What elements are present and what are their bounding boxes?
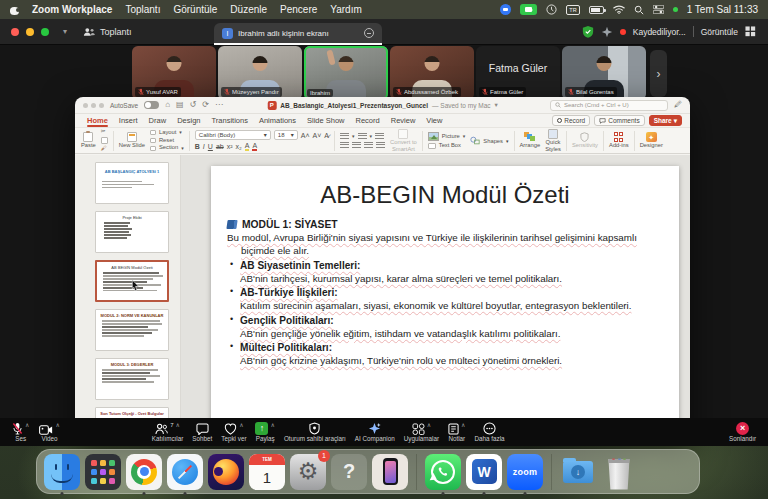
align-center-button[interactable] xyxy=(352,142,361,149)
save-icon[interactable]: ▤ xyxy=(176,101,184,109)
layout-button[interactable]: Layout▾ xyxy=(150,130,184,136)
downloads-dock-icon[interactable]: ↓ xyxy=(560,454,596,490)
tab-record[interactable]: Record xyxy=(356,116,380,125)
participant-tile[interactable]: Müzeyyen Pandır xyxy=(218,46,302,100)
shapes-button[interactable]: Shapes▾ xyxy=(470,136,508,145)
participants-button[interactable]: 7 ∧ Katılımcılar xyxy=(152,422,184,442)
comments-button[interactable]: Comments xyxy=(594,115,644,126)
tab-transitions[interactable]: Transitions xyxy=(211,116,247,125)
home-icon[interactable]: ⌂ xyxy=(165,101,170,109)
reset-button[interactable]: Reset xyxy=(150,138,184,144)
slide-thumbnail-3-selected[interactable]: 3 AB BEGIN Modül Özeti xyxy=(95,260,169,302)
next-participants-arrow[interactable]: › xyxy=(650,50,667,97)
view-button[interactable]: Görüntüle xyxy=(701,27,738,37)
chevron-down-icon[interactable]: ▾ xyxy=(495,101,498,109)
apple-menu-icon[interactable] xyxy=(10,5,19,15)
paste-button[interactable]: Paste xyxy=(81,132,96,149)
participant-tile-active-speaker[interactable]: Ibrahim xyxy=(304,46,388,100)
participant-tile[interactable]: Yusuf AVAR xyxy=(132,46,216,100)
underline-button[interactable]: U xyxy=(208,143,213,150)
justify-button[interactable] xyxy=(376,142,385,149)
tab-insert[interactable]: Insert xyxy=(119,116,138,125)
mute-button[interactable]: ∧ Ses xyxy=(12,422,29,442)
recording-label[interactable]: Kaydediliyor... xyxy=(633,27,686,37)
chat-button[interactable]: Sohbet xyxy=(192,422,212,442)
chrome-dock-icon[interactable] xyxy=(126,454,162,490)
control-center-icon[interactable] xyxy=(653,5,664,14)
missing-app-dock-icon[interactable]: ? xyxy=(331,454,367,490)
tab-slideshow[interactable]: Slide Show xyxy=(307,116,345,125)
clear-format-button[interactable]: A̷ xyxy=(324,132,329,139)
numbered-list-button[interactable] xyxy=(358,133,367,140)
new-slide-button[interactable]: New Slide xyxy=(119,132,145,149)
font-select[interactable]: Calibri (Body)▾ xyxy=(195,130,271,140)
search-input[interactable]: Search (Cmd + Ctrl + U) xyxy=(550,100,668,111)
addins-button[interactable]: Add-ins xyxy=(609,132,629,149)
host-tools-button[interactable]: Oturum sahibi araçları xyxy=(284,422,346,442)
menu-app-name[interactable]: Zoom Workplace xyxy=(32,4,112,15)
menu-toplanti[interactable]: Toplantı xyxy=(125,4,160,15)
pause-share-icon[interactable] xyxy=(364,28,374,38)
calendar-dock-icon[interactable]: TEM1 xyxy=(249,454,285,490)
indent-button[interactable] xyxy=(375,133,384,140)
menu-goruntule[interactable]: Görüntüle xyxy=(173,4,217,15)
picture-button[interactable]: Picture▾ xyxy=(428,132,466,141)
redo-icon[interactable]: ⟳ xyxy=(202,101,209,109)
trash-dock-icon[interactable] xyxy=(601,454,637,490)
highlight-button[interactable]: A xyxy=(245,142,250,151)
camera-active-icon[interactable] xyxy=(520,4,537,15)
view-grid-icon[interactable] xyxy=(745,26,756,37)
tab-review[interactable]: Review xyxy=(391,116,416,125)
align-right-button[interactable] xyxy=(364,142,373,149)
arrange-button[interactable]: Arrange xyxy=(520,132,541,149)
slide-thumbnail-2[interactable]: 2 Proje Ekibi xyxy=(95,211,169,253)
wifi-icon[interactable] xyxy=(613,5,625,14)
security-shield-icon[interactable] xyxy=(582,25,594,38)
firefox-dock-icon[interactable] xyxy=(208,454,244,490)
record-button[interactable]: Record xyxy=(552,115,590,126)
section-button[interactable]: Section▾ xyxy=(150,145,184,151)
tab-draw[interactable]: Draw xyxy=(149,116,167,125)
superscript-button[interactable]: x² xyxy=(227,143,233,150)
reactions-button[interactable]: ∧ Tepki ver xyxy=(221,422,246,442)
italic-button[interactable]: I xyxy=(203,143,205,150)
bullet-list-button[interactable] xyxy=(340,133,349,140)
align-left-button[interactable] xyxy=(340,142,349,149)
whatsapp-dock-icon[interactable] xyxy=(425,454,461,490)
more-button[interactable]: Daha fazla xyxy=(475,422,505,442)
video-button[interactable]: ∧ Video xyxy=(39,422,59,442)
zoom-window-button[interactable] xyxy=(41,28,49,36)
saved-status[interactable]: — Saved to my Mac xyxy=(432,102,491,109)
slide-thumbnail-4[interactable]: 4 MODÜL 2: NORM VE KANUNLAR xyxy=(95,309,169,351)
ppt-window-controls[interactable] xyxy=(83,103,104,108)
zoom-dock-icon[interactable]: zoom xyxy=(507,454,543,490)
ai-companion-icon[interactable] xyxy=(601,26,613,38)
iphone-mirroring-dock-icon[interactable] xyxy=(372,454,408,490)
menu-duzenle[interactable]: Düzenle xyxy=(230,4,267,15)
zoom-menubar-icon[interactable] xyxy=(500,4,511,15)
tab-animations[interactable]: Animations xyxy=(259,116,296,125)
convert-smartart-button[interactable]: Convert toSmartArt xyxy=(390,129,417,153)
window-controls[interactable] xyxy=(11,28,49,36)
autosave-toggle[interactable] xyxy=(144,101,159,109)
subscript-button[interactable]: x₂ xyxy=(236,143,242,150)
screen-share-tab[interactable]: I Ibrahim adlı kişinin ekranı xyxy=(214,23,382,45)
share-button[interactable]: Share▾ xyxy=(649,115,682,126)
keyboard-layout-icon[interactable]: TR xyxy=(566,5,579,15)
word-dock-icon[interactable]: W xyxy=(466,454,502,490)
menubar-clock[interactable]: 1 Tem Sal 11:33 xyxy=(687,4,758,15)
strikethrough-button[interactable]: ab xyxy=(216,143,224,150)
designer-button[interactable]: ✦Designer xyxy=(640,132,663,149)
launchpad-dock-icon[interactable] xyxy=(85,454,121,490)
clipboard-tools[interactable]: ✂🖌 xyxy=(101,129,108,152)
bold-button[interactable]: B xyxy=(195,143,200,150)
shrink-font-button[interactable]: A˅ xyxy=(313,132,322,139)
share-doc-icon[interactable]: 🖉 xyxy=(674,101,682,109)
document-title[interactable]: AB_Baslangic_Atolyesi1_Prezentasyon_Gunc… xyxy=(280,102,428,109)
textbox-button[interactable]: Text Box xyxy=(428,143,466,149)
tab-view[interactable]: View xyxy=(426,116,442,125)
notes-button[interactable]: ∧ Notlar xyxy=(448,422,465,442)
clock-menu-icon[interactable] xyxy=(546,4,557,15)
search-icon[interactable] xyxy=(634,5,644,15)
font-size-select[interactable]: 18▾ xyxy=(274,130,298,140)
